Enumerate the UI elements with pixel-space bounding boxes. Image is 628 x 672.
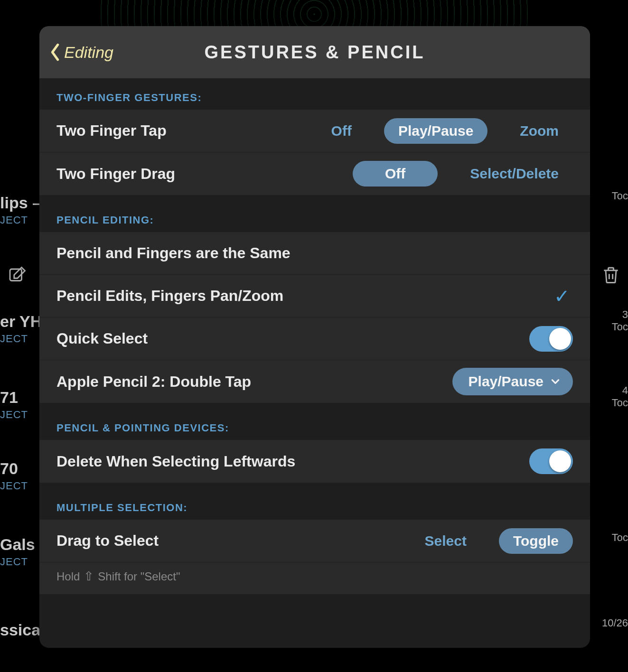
seg-option-play-pause[interactable]: Play/Pause [384,118,487,144]
row-pencil-same[interactable]: Pencil and Fingers are the Same [39,232,590,275]
page-title: GESTURES & PENCIL [205,42,425,63]
row-double-tap: Apple Pencil 2: Double Tap Play/Pause [39,360,590,403]
settings-panel: Editing GESTURES & PENCIL TWO-FINGER GES… [39,26,590,648]
bg-item-right: 10/26 [602,617,628,629]
row-label: Apple Pencil 2: Double Tap [56,373,452,391]
svg-rect-0 [10,269,22,281]
row-label: Delete When Selecting Leftwards [56,453,529,470]
seg-option-select[interactable]: Select [411,528,481,554]
panel-header: Editing GESTURES & PENCIL [39,26,590,78]
back-button[interactable]: Editing [49,43,113,62]
dropdown-double-tap[interactable]: Play/Pause [452,368,573,395]
segmented-control-drag-select: Select Toggle [411,528,573,554]
segmented-control-drag: Off Select/Delete [353,161,573,187]
row-two-finger-tap: Two Finger Tap Off Play/Pause Zoom [39,110,590,152]
group-multiple: Drag to Select Select Toggle Hold ⇧ Shif… [39,520,590,594]
section-header-two-finger: TWO-FINGER GESTURES: [39,78,590,110]
bg-item-right: Toc [612,190,628,202]
seg-option-off[interactable]: Off [353,161,438,187]
trash-icon [600,263,621,289]
bg-item-right: 4 Toc [612,384,628,409]
dropdown-value: Play/Pause [469,373,544,390]
row-pencil-edits-pan[interactable]: Pencil Edits, Fingers Pan/Zoom ✓ [39,275,590,317]
hint-prefix: Hold [56,570,80,583]
row-label: Two Finger Drag [56,165,353,183]
row-drag-to-select: Drag to Select Select Toggle [39,520,590,562]
row-delete-leftwards: Delete When Selecting Leftwards [39,440,590,483]
seg-option-off[interactable]: Off [317,118,366,144]
row-label: Pencil and Fingers are the Same [56,244,573,262]
seg-option-select-delete[interactable]: Select/Delete [456,161,573,187]
row-label: Pencil Edits, Fingers Pan/Zoom [56,287,554,305]
seg-option-toggle[interactable]: Toggle [499,528,573,554]
row-quick-select: Quick Select [39,317,590,360]
edit-icon [7,266,27,289]
bg-item-right: 3 Toc [612,308,628,333]
group-two-finger: Two Finger Tap Off Play/Pause Zoom Two F… [39,110,590,195]
hint-suffix: Shift for "Select" [98,570,180,583]
bg-item-right: Toc [612,532,628,544]
checkmark-icon: ✓ [554,285,573,307]
toggle-delete-leftwards[interactable] [529,448,573,474]
section-header-pencil-editing: PENCIL EDITING: [56,214,154,226]
segmented-control-tap: Off Play/Pause Zoom [317,118,573,144]
row-two-finger-drag: Two Finger Drag Off Select/Delete [39,152,590,195]
back-label: Editing [64,43,113,62]
chevron-left-icon [49,43,61,62]
toggle-quick-select[interactable] [529,326,573,352]
row-label: Quick Select [56,330,529,347]
row-label: Drag to Select [56,532,411,550]
section-header-pointing: PENCIL & POINTING DEVICES: [56,422,229,434]
shift-icon: ⇧ [84,569,94,584]
section-header-multiple: MULTIPLE SELECTION: [56,502,187,514]
row-label: Two Finger Tap [56,122,317,140]
seg-option-zoom[interactable]: Zoom [506,118,573,144]
group-pencil-editing: Pencil and Fingers are the Same Pencil E… [39,232,590,403]
footer-hint: Hold ⇧ Shift for "Select" [39,562,590,594]
chevron-down-icon [550,376,561,387]
group-pointing: Delete When Selecting Leftwards [39,440,590,483]
